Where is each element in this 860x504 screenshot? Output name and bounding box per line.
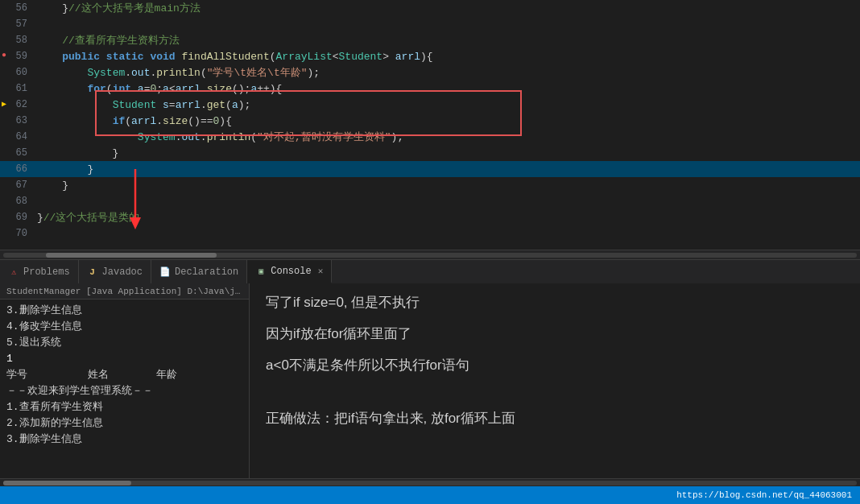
line-content-56: }//这个大括号考是main方法 bbox=[34, 1, 860, 15]
console-line-menu1: 1.查看所有学生资料 bbox=[6, 399, 242, 415]
console-icon: ▣ bbox=[255, 266, 267, 277]
panel-tab-bar: ⚠ Problems J Javadoc 📄 Declaration ▣ Con… bbox=[0, 259, 860, 283]
status-bar: https://blog.csdn.net/qq_44063001 bbox=[0, 486, 860, 504]
line-content-60: System.out.println("学号\t姓名\t年龄"); bbox=[34, 65, 860, 80]
tab-problems-label: Problems bbox=[23, 266, 70, 278]
col-id: 学号 bbox=[6, 367, 27, 383]
console-line-2: 4.修改学生信息 bbox=[6, 319, 242, 335]
console-area: StudentManager [Java Application] D:\Jav… bbox=[0, 283, 860, 478]
tab-javadoc[interactable]: J Javadoc bbox=[79, 260, 151, 283]
annotation-panel: 写了if size=0, 但是不执行 因为if放在for循环里面了 a<0不满足… bbox=[250, 283, 860, 478]
scrollbar-thumb bbox=[46, 253, 217, 258]
line-num-65: 65 bbox=[0, 147, 34, 159]
horizontal-scrollbar[interactable] bbox=[0, 250, 860, 259]
col-name: 姓名 bbox=[43, 367, 109, 383]
code-line-61: 61 for(int a=0;a<arrl.size();a++){ bbox=[0, 81, 860, 97]
col-age: 年龄 bbox=[125, 367, 177, 383]
line-num-61: 61 bbox=[0, 83, 34, 94]
line-content-58: //查看所有学生资料方法 bbox=[34, 33, 860, 48]
line-num-69: 69 bbox=[0, 212, 34, 223]
line-num-60: 60 bbox=[0, 67, 34, 78]
console-left-panel: StudentManager [Java Application] D:\Jav… bbox=[0, 283, 250, 478]
line-num-62: 62 bbox=[0, 99, 34, 110]
problems-icon: ⚠ bbox=[8, 266, 19, 278]
status-url: https://blog.csdn.net/qq_44063001 bbox=[676, 490, 852, 500]
code-line-62: 62 Student s=arrl.get(a); bbox=[0, 97, 860, 113]
bottom-scrollbar-track bbox=[3, 481, 857, 485]
bottom-scrollbar-thumb bbox=[3, 481, 131, 485]
code-line-63: 63 if(arrl.size()==0){ bbox=[0, 113, 860, 129]
annotation-line-2: 因为if放在for循环里面了 bbox=[266, 323, 844, 345]
javadoc-icon: J bbox=[87, 266, 98, 278]
tab-declaration[interactable]: 📄 Declaration bbox=[151, 260, 247, 283]
bottom-scrollbar[interactable] bbox=[0, 478, 860, 486]
console-line-divider: －－欢迎来到学生管理系统－－ bbox=[6, 383, 242, 399]
svg-marker-1 bbox=[130, 217, 141, 229]
console-line-3: 5.退出系统 bbox=[6, 335, 242, 351]
line-content-64: System.out.println("对不起,暂时没有学生资料"); bbox=[34, 130, 860, 144]
console-line-table-header: 学号 姓名 年龄 bbox=[6, 367, 242, 383]
line-num-66: 66 bbox=[0, 163, 34, 175]
console-line-input: 1 bbox=[6, 351, 242, 367]
console-line-1: 3.删除学生信息 bbox=[6, 303, 242, 319]
annotation-line-5: 正确做法：把if语句拿出来, 放for循环上面 bbox=[266, 407, 844, 429]
console-output: 3.删除学生信息 4.修改学生信息 5.退出系统 1 学号 姓名 年龄 －－欢迎… bbox=[0, 300, 249, 478]
scrollbar-track bbox=[3, 253, 857, 258]
line-content-61: for(int a=0;a<arrl.size();a++){ bbox=[34, 83, 860, 95]
console-line-menu2: 2.添加新的学生信息 bbox=[6, 415, 242, 432]
code-line-59: 59 public static void findAllStudent(Arr… bbox=[0, 48, 860, 64]
console-header: StudentManager [Java Application] D:\Jav… bbox=[0, 283, 249, 300]
line-num-64: 64 bbox=[0, 131, 34, 143]
tab-problems[interactable]: ⚠ Problems bbox=[0, 260, 79, 283]
line-num-70: 70 bbox=[0, 228, 34, 239]
line-num-56: 56 bbox=[0, 2, 34, 14]
declaration-icon: 📄 bbox=[159, 266, 171, 278]
annotation-line-1: 写了if size=0, 但是不执行 bbox=[266, 291, 844, 313]
annotation-line-3: a<0不满足条件所以不执行for语句 bbox=[266, 354, 844, 376]
tab-console-label: Console bbox=[271, 266, 311, 277]
line-num-63: 63 bbox=[0, 115, 34, 126]
code-line-60: 60 System.out.println("学号\t姓名\t年龄"); bbox=[0, 64, 860, 81]
line-content-59: public static void findAllStudent(ArrayL… bbox=[34, 51, 860, 63]
code-line-58: 58 //查看所有学生资料方法 bbox=[0, 32, 860, 48]
line-content-65: } bbox=[34, 147, 860, 159]
line-content-63: if(arrl.size()==0){ bbox=[34, 115, 860, 127]
bottom-bar: https://blog.csdn.net/qq_44063001 bbox=[0, 478, 860, 504]
line-num-57: 57 bbox=[0, 19, 34, 30]
code-line-64: 64 System.out.println("对不起,暂时没有学生资料"); bbox=[0, 129, 860, 145]
line-num-67: 67 bbox=[0, 180, 34, 191]
code-line-56: 56 }//这个大括号考是main方法 bbox=[0, 0, 860, 16]
console-close-icon[interactable]: ✕ bbox=[318, 266, 324, 276]
line-num-68: 68 bbox=[0, 196, 34, 207]
code-editor: 56 }//这个大括号考是main方法 57 58 //查看所有学生资料方法 5… bbox=[0, 0, 860, 250]
console-line-menu3: 3.删除学生信息 bbox=[6, 432, 242, 448]
tab-console[interactable]: ▣ Console ✕ bbox=[247, 260, 332, 283]
tab-declaration-label: Declaration bbox=[175, 266, 238, 278]
line-content-62: Student s=arrl.get(a); bbox=[34, 99, 860, 111]
tab-javadoc-label: Javadoc bbox=[102, 266, 143, 278]
arrow-annotation bbox=[127, 169, 176, 237]
line-num-59: 59 bbox=[0, 51, 34, 62]
line-num-58: 58 bbox=[0, 35, 34, 46]
code-line-57: 57 bbox=[0, 16, 860, 32]
code-line-65: 65 } bbox=[0, 145, 860, 161]
